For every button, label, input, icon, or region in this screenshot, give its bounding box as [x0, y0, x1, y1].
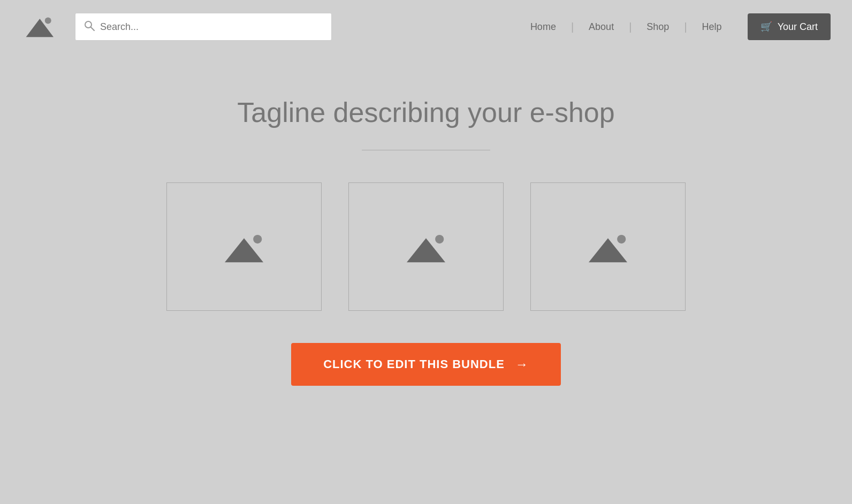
nav-about[interactable]: About [574, 21, 629, 33]
logo[interactable] [21, 13, 54, 40]
arrow-right-icon: → [515, 357, 529, 372]
header: Home | About | Shop | Help 🛒 Your Cart [0, 0, 852, 54]
product-placeholder-icon-2 [402, 228, 450, 265]
svg-point-5 [253, 235, 262, 243]
product-placeholder-icon-3 [584, 228, 632, 265]
product-card-1[interactable] [166, 182, 322, 311]
svg-point-7 [435, 235, 444, 243]
product-card-2[interactable] [348, 182, 504, 311]
edit-bundle-label: CLICK TO EDIT THIS BUNDLE [323, 357, 505, 371]
nav-home[interactable]: Home [515, 21, 571, 33]
product-card-3[interactable] [530, 182, 686, 311]
search-box[interactable] [75, 13, 332, 41]
edit-bundle-button[interactable]: CLICK TO EDIT THIS BUNDLE → [291, 343, 561, 386]
nav-shop[interactable]: Shop [632, 21, 684, 33]
main-content: Tagline describing your e-shop CLICK TO … [0, 54, 852, 386]
cart-label: Your Cart [778, 21, 818, 33]
divider [362, 150, 490, 150]
search-input[interactable] [100, 21, 323, 33]
nav: Home | About | Shop | Help 🛒 Your Cart [515, 13, 831, 40]
svg-point-2 [85, 21, 92, 28]
cart-button[interactable]: 🛒 Your Cart [748, 13, 831, 40]
product-placeholder-icon-1 [220, 228, 268, 265]
svg-point-1 [45, 17, 51, 24]
tagline: Tagline describing your e-shop [237, 96, 614, 128]
svg-point-9 [617, 235, 626, 243]
search-icon [84, 20, 95, 33]
nav-help[interactable]: Help [687, 21, 737, 33]
product-grid [166, 182, 686, 311]
svg-line-3 [91, 27, 94, 30]
cart-icon: 🛒 [760, 21, 772, 33]
